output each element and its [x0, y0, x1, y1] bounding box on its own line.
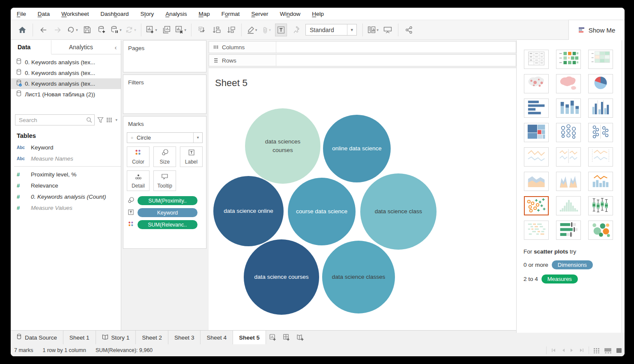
sheet-tab-sheet-4[interactable]: Sheet 4	[200, 331, 233, 344]
highlight-caret-icon[interactable]: ▾	[255, 28, 257, 32]
show-me-treemap[interactable]	[524, 123, 549, 142]
show-me-symbol-map[interactable]	[524, 74, 549, 93]
show-me-scrollbar[interactable]	[621, 40, 625, 333]
redo-button[interactable]	[52, 24, 64, 36]
group-members-button[interactable]: ▾	[260, 24, 272, 36]
show-me-pie-chart[interactable]	[588, 74, 613, 93]
field-relevance[interactable]: #Relevance	[11, 180, 121, 191]
show-me-bullet-graph[interactable]	[556, 221, 581, 240]
show-me-dual-combination[interactable]	[588, 172, 613, 191]
menu-story[interactable]: Story	[141, 11, 154, 17]
show-me-side-by-side-circles[interactable]	[588, 123, 613, 142]
field-measure-names[interactable]: AbcMeasure Names	[11, 153, 121, 164]
sort-descending-button[interactable]	[225, 24, 237, 36]
last-page-icon[interactable]	[579, 348, 584, 352]
show-me-heat-map[interactable]	[588, 50, 613, 69]
duplicate-button[interactable]	[160, 24, 172, 36]
menu-dashboard[interactable]: Dashboard	[101, 11, 129, 17]
show-mark-labels-button[interactable]	[275, 24, 287, 36]
sort-ascending-button[interactable]	[210, 24, 222, 36]
show-me-area-continuous[interactable]	[524, 172, 549, 191]
menu-analysis[interactable]: Analysis	[165, 11, 187, 17]
previous-page-icon[interactable]	[561, 348, 565, 352]
collapse-pane-icon[interactable]: ‹	[111, 40, 121, 54]
run-update-caret-icon[interactable]: ▾	[134, 28, 136, 32]
sheet-tab-sheet-2[interactable]: Sheet 2	[136, 331, 168, 344]
menu-help[interactable]: Help	[312, 11, 324, 17]
rows-drop-area[interactable]	[276, 55, 516, 66]
show-me-packed-bubbles[interactable]	[588, 221, 613, 240]
new-worksheet-caret-icon[interactable]: ▾	[155, 28, 157, 32]
color-button[interactable]: Color	[127, 146, 150, 167]
grid-view-icon[interactable]	[593, 348, 600, 353]
bubble-mark[interactable]: data science class	[360, 173, 437, 250]
menu-data[interactable]: Data	[38, 11, 50, 17]
next-page-icon[interactable]	[570, 348, 574, 352]
filters-shelf[interactable]: Filters	[123, 75, 206, 114]
label-button[interactable]: Label	[180, 146, 203, 167]
field-pill[interactable]: Keyword	[138, 208, 197, 217]
replay-caret-icon[interactable]: ▾	[76, 28, 78, 32]
sheet-tab-sheet-5[interactable]: Sheet 5	[233, 331, 266, 344]
show-me-dual-lines[interactable]	[556, 147, 581, 167]
view-options-button[interactable]: ▾	[106, 117, 117, 123]
bubble-mark[interactable]: course data science	[288, 178, 356, 245]
show-me-highlight-table[interactable]	[556, 50, 581, 69]
rows-shelf[interactable]: Rows	[209, 54, 516, 66]
new-story-tab-button[interactable]	[293, 331, 307, 344]
show-me-filled-map[interactable]	[556, 74, 581, 93]
bubble-mark[interactable]: data science online	[213, 176, 284, 246]
new-worksheet-tab-button[interactable]	[266, 331, 280, 344]
field-measure-values[interactable]: #Measure Values	[11, 202, 121, 213]
show-me-stacked-bars[interactable]	[556, 98, 581, 118]
bubble-mark[interactable]: data science courses	[244, 239, 319, 315]
swap-rows-columns-button[interactable]	[196, 24, 208, 36]
data-source-item[interactable]: 0. Keywords analysis (tex...	[11, 78, 121, 89]
save-button[interactable]	[81, 24, 93, 36]
new-dashboard-tab-button[interactable]	[280, 331, 293, 344]
fullscreen-view-icon[interactable]	[616, 348, 622, 353]
run-update-button[interactable]: ▾	[125, 24, 137, 36]
mark-type-caret-icon[interactable]: ▼	[193, 133, 202, 143]
bubble-mark[interactable]: data sciencescourses	[245, 108, 320, 184]
fix-axes-button[interactable]	[290, 24, 302, 36]
field-pill[interactable]: SUM(Proximity..	[138, 196, 197, 205]
columns-shelf[interactable]: Columns	[209, 41, 516, 53]
fit-selector[interactable]: Standard ▼	[305, 24, 357, 36]
show-me-histogram[interactable]	[556, 196, 581, 215]
highlight-button[interactable]: ▾	[246, 24, 258, 36]
tab-data[interactable]: Data	[11, 40, 51, 54]
search-input[interactable]	[15, 115, 94, 125]
clear-sheet-caret-icon[interactable]: ▾	[184, 28, 186, 32]
show-me-continuous-lines[interactable]	[524, 147, 549, 167]
bubble-mark[interactable]: data science classes	[322, 241, 395, 313]
data-source-item[interactable]: >0. Keywords analysis (tex...	[11, 68, 121, 78]
sheet-tab-sheet-3[interactable]: Sheet 3	[168, 331, 201, 344]
replay-button[interactable]: ▾	[66, 24, 78, 36]
pages-shelf[interactable]: Pages	[123, 40, 206, 72]
filter-fields-icon[interactable]	[97, 117, 104, 123]
menu-server[interactable]: Server	[251, 11, 269, 17]
show-me-button[interactable]: Show Me	[568, 20, 625, 40]
menu-worksheet[interactable]: Worksheet	[61, 11, 89, 17]
sheet-tab-sheet-1[interactable]: Sheet 1	[63, 331, 96, 344]
new-worksheet-button[interactable]: ▾	[146, 24, 158, 36]
size-button[interactable]: Size	[153, 146, 176, 167]
data-source-item[interactable]: >0. Keywords analysis (tex...	[11, 57, 121, 68]
home-button[interactable]	[16, 24, 28, 36]
field-keyword[interactable]: AbcKeyword	[11, 142, 121, 153]
first-page-icon[interactable]	[551, 348, 556, 352]
field-pill[interactable]: SUM(Relevanc..	[138, 220, 197, 229]
mark-type-selector[interactable]: ○ Circle ▼	[127, 132, 203, 143]
undo-button[interactable]	[37, 24, 49, 36]
clear-sheet-button[interactable]: ▾	[175, 24, 187, 36]
group-members-caret-icon[interactable]: ▾	[269, 28, 271, 32]
menu-window[interactable]: Window	[280, 11, 300, 17]
show-hide-cards-button[interactable]: ▾	[367, 24, 379, 36]
new-data-source-button[interactable]	[96, 24, 108, 36]
menu-file[interactable]: File	[17, 11, 26, 17]
show-me-circle-views[interactable]	[556, 123, 581, 142]
tab-analytics[interactable]: Analytics	[51, 40, 111, 54]
share-button[interactable]	[403, 24, 415, 36]
pause-auto-updates-button[interactable]: ▾	[110, 24, 122, 36]
